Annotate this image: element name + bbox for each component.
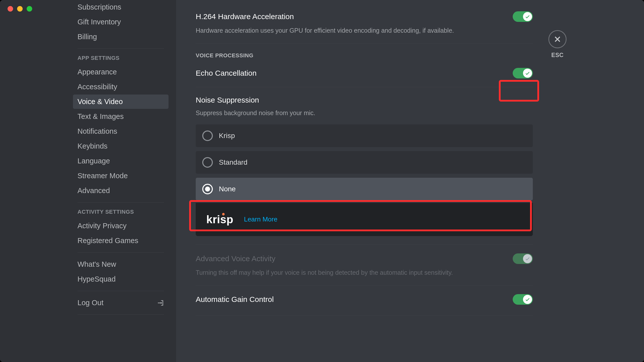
setting-echo-cancellation: Echo Cancellation: [196, 68, 533, 87]
sidebar-separator: [77, 252, 164, 253]
setting-h264: H.264 Hardware Acceleration Hardware acc…: [196, 11, 533, 44]
close-settings-button[interactable]: [548, 30, 567, 48]
krisp-logo: krisp: [206, 214, 233, 225]
window-minimize-button[interactable]: [17, 6, 23, 12]
noise-option-standard[interactable]: Standard: [196, 151, 533, 174]
sidebar-separator: [77, 314, 164, 315]
echo-cancellation-toggle[interactable]: [513, 68, 533, 78]
settings-content: H.264 Hardware Acceleration Hardware acc…: [176, 0, 644, 362]
settings-sidebar: Subscriptions Gift Inventory Billing APP…: [0, 0, 176, 362]
advanced-voice-activity-description: Turning this off may help if your voice …: [196, 268, 533, 277]
sidebar-item-whats-new[interactable]: What's New: [73, 257, 169, 272]
automatic-gain-control-title: Automatic Gain Control: [196, 295, 274, 304]
noise-option-krisp[interactable]: Krisp: [196, 124, 533, 147]
sidebar-item-registered-games[interactable]: Registered Games: [73, 234, 169, 248]
logout-label: Log Out: [77, 299, 103, 307]
sidebar-heading-activity-settings: ACTIVITY SETTINGS: [73, 207, 169, 219]
advanced-voice-activity-title: Advanced Voice Activity: [196, 254, 275, 263]
sidebar-item-appearance[interactable]: Appearance: [73, 65, 169, 79]
sidebar-separator: [77, 202, 164, 203]
noise-suppression-title: Noise Suppression: [196, 96, 533, 104]
settings-window: Subscriptions Gift Inventory Billing APP…: [0, 0, 644, 362]
toggle-knob: [523, 254, 532, 263]
radio-icon: [202, 157, 213, 168]
noise-option-none[interactable]: None: [196, 178, 533, 200]
radio-icon: [202, 130, 213, 141]
voice-processing-heading: VOICE PROCESSING: [196, 52, 533, 59]
sidebar-item-activity-privacy[interactable]: Activity Privacy: [73, 219, 169, 233]
sidebar-item-logout[interactable]: Log Out: [73, 296, 169, 310]
toggle-knob: [523, 295, 532, 304]
sidebar-item-text-and-images[interactable]: Text & Images: [73, 109, 169, 124]
sidebar-heading-app-settings: APP SETTINGS: [73, 53, 169, 65]
window-controls: [8, 6, 32, 12]
noise-option-label: Krisp: [219, 132, 235, 140]
toggle-knob: [523, 12, 532, 21]
automatic-gain-control-toggle[interactable]: [513, 294, 533, 305]
krisp-logo-dot-icon: [222, 213, 225, 215]
radio-icon: [202, 184, 213, 194]
sidebar-item-language[interactable]: Language: [73, 154, 169, 168]
sidebar-item-advanced[interactable]: Advanced: [73, 184, 169, 198]
esc-label: ESC: [551, 52, 564, 59]
noise-option-label: Standard: [219, 158, 248, 166]
krisp-promo-card: krisp Learn More: [196, 203, 533, 236]
window-close-button[interactable]: [8, 6, 13, 12]
noise-suppression-description: Suppress background noise from your mic.: [196, 109, 533, 117]
sidebar-item-voice-and-video[interactable]: Voice & Video: [73, 95, 169, 109]
sidebar-item-gift-inventory[interactable]: Gift Inventory: [73, 15, 169, 29]
sidebar-item-subscriptions[interactable]: Subscriptions: [73, 0, 169, 14]
h264-description: Hardware acceleration uses your GPU for …: [196, 26, 533, 35]
h264-toggle[interactable]: [513, 11, 533, 22]
check-icon: [525, 14, 530, 19]
setting-advanced-voice-activity: Advanced Voice Activity Turning this off…: [196, 253, 533, 286]
sidebar-item-accessibility[interactable]: Accessibility: [73, 80, 169, 94]
setting-automatic-gain-control: Automatic Gain Control: [196, 294, 533, 315]
window-zoom-button[interactable]: [27, 6, 32, 12]
check-icon: [525, 70, 530, 76]
sidebar-item-keybinds[interactable]: Keybinds: [73, 139, 169, 153]
h264-title: H.264 Hardware Acceleration: [196, 12, 294, 21]
advanced-voice-activity-toggle[interactable]: [513, 253, 533, 264]
sidebar-item-streamer-mode[interactable]: Streamer Mode: [73, 169, 169, 183]
setting-noise-suppression: Noise Suppression Suppress background no…: [196, 96, 533, 245]
close-esc-group: ESC: [548, 30, 567, 59]
sidebar-separator: [77, 291, 164, 291]
close-icon: [553, 35, 561, 43]
sidebar-item-hypesquad[interactable]: HypeSquad: [73, 272, 169, 286]
toggle-knob: [523, 69, 532, 78]
check-icon: [525, 297, 530, 302]
sidebar-item-billing[interactable]: Billing: [73, 30, 169, 44]
sidebar-separator: [77, 49, 164, 49]
logout-icon: [157, 299, 164, 306]
check-icon: [525, 256, 530, 261]
noise-option-label: None: [219, 185, 236, 193]
krisp-learn-more-link[interactable]: Learn More: [244, 215, 277, 223]
sidebar-item-notifications[interactable]: Notifications: [73, 124, 169, 139]
echo-cancellation-title: Echo Cancellation: [196, 69, 257, 77]
